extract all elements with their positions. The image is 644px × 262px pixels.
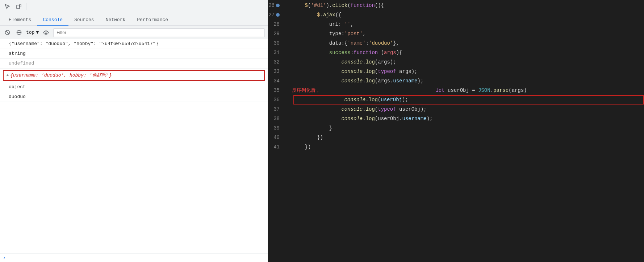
- code-line-29: type:'post',: [293, 29, 644, 38]
- dropdown-arrow-icon: ▼: [36, 30, 39, 35]
- svg-rect-1: [20, 4, 21, 7]
- toolbar-divider-1: [26, 3, 26, 10]
- code-editor: 26 27 28 29 30 31 32 33 34 35 36 37 38 3…: [268, 0, 644, 262]
- code-line-37: console.log(typeof userObj);: [293, 105, 644, 114]
- code-content: 26 27 28 29 30 31 32 33 34 35 36 37 38 3…: [268, 0, 644, 262]
- line-num-39: 39: [268, 123, 284, 133]
- device-toggle-icon[interactable]: [14, 2, 23, 11]
- code-line-28: url: '',: [293, 20, 644, 29]
- code-line-31: success:function (args){: [293, 48, 644, 57]
- code-line-40: }): [293, 133, 644, 142]
- devtools-top-toolbar: [0, 0, 268, 13]
- code-line-30: data:{'name':'duoduo'},: [293, 38, 644, 48]
- line-num-36: 36: [268, 95, 284, 105]
- code-line-33: console.log(typeof args);: [293, 67, 644, 76]
- svg-rect-0: [17, 5, 20, 9]
- line-num-27: 27: [268, 10, 284, 20]
- code-line-39: }: [293, 123, 644, 133]
- console-prompt[interactable]: ›: [0, 253, 268, 262]
- code-line-27: $.ajax({: [293, 10, 644, 20]
- breakpoint-27: [276, 13, 280, 17]
- breakpoint-26: [276, 4, 280, 7]
- expand-arrow-icon: ▶: [7, 72, 9, 79]
- line-num-28: 28: [268, 20, 284, 29]
- line-num-32: 32: [268, 57, 284, 67]
- console-line-string: string: [0, 49, 268, 59]
- tab-network[interactable]: Network: [100, 14, 131, 26]
- code-lines: $('#d1').click(function(){ $.ajax({ url:…: [290, 0, 644, 262]
- line-num-33: 33: [268, 67, 284, 76]
- code-line-36: 才能转换成JS中的自定义对象，然后通过点的方法点出属性 console.log(…: [293, 95, 644, 105]
- inspect-element-icon[interactable]: [3, 2, 12, 11]
- console-toolbar: top ▼: [0, 26, 268, 39]
- line-num-29: 29: [268, 29, 284, 38]
- console-line-duoduo: duoduo: [0, 92, 268, 102]
- console-line-object-highlight[interactable]: ▶ {username: 'duoduo', hobby: '你好吗'}: [3, 70, 265, 81]
- code-line-35: 反序列化后， let userObj = JSON.parse(args): [293, 86, 644, 95]
- line-num-38: 38: [268, 114, 284, 123]
- filter-input[interactable]: [53, 28, 265, 37]
- line-num-41: 41: [268, 142, 284, 152]
- block-icon[interactable]: [14, 28, 23, 37]
- console-output: {"username": "duoduo", "hobby": "\u4f60\…: [0, 39, 268, 253]
- tab-console[interactable]: Console: [37, 14, 68, 26]
- code-line-34: console.log(args.username);: [293, 76, 644, 86]
- line-num-31: 31: [268, 48, 284, 57]
- clear-console-icon[interactable]: [3, 28, 12, 37]
- console-line-json-string: {"username": "duoduo", "hobby": "\u4f60\…: [0, 39, 268, 49]
- code-line-26: $('#d1').click(function(){: [293, 1, 644, 10]
- line-num-35: 35: [268, 86, 284, 95]
- line-num-37: 37: [268, 105, 284, 114]
- console-line-undefined: undefined: [0, 59, 268, 69]
- line-numbers: 26 27 28 29 30 31 32 33 34 35 36 37 38 3…: [268, 0, 290, 262]
- tab-sources[interactable]: Sources: [68, 14, 100, 26]
- line-num-26: 26: [268, 1, 284, 10]
- svg-line-3: [6, 31, 9, 34]
- line-num-34: 34: [268, 76, 284, 86]
- console-line-object: object: [0, 82, 268, 92]
- tab-elements[interactable]: Elements: [3, 14, 37, 26]
- eye-icon[interactable]: [42, 28, 50, 37]
- line-num-40: 40: [268, 133, 284, 142]
- tab-performance[interactable]: Performance: [131, 14, 174, 26]
- context-selector[interactable]: top ▼: [26, 30, 39, 35]
- line-num-30: 30: [268, 38, 284, 48]
- devtools-tabs: Elements Console Sources Network Perform…: [0, 13, 268, 26]
- object-content: {username: 'duoduo', hobby: '你好吗'}: [10, 72, 112, 79]
- code-line-32: console.log(args);: [293, 57, 644, 67]
- devtools-panel: Elements Console Sources Network Perform…: [0, 0, 268, 262]
- code-line-38: console.log(userObj.username);: [293, 114, 644, 123]
- code-line-41: }): [293, 142, 644, 152]
- svg-point-6: [45, 32, 47, 33]
